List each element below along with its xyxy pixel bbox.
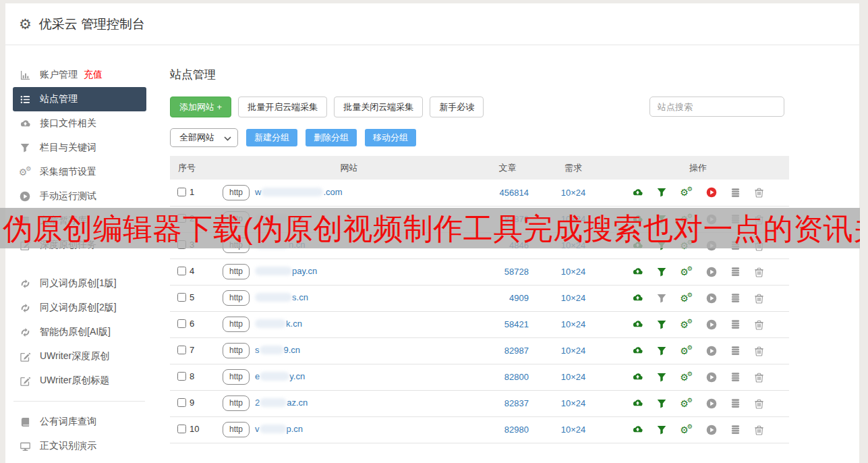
play-circle-icon[interactable] xyxy=(706,187,717,198)
cloud-upload-icon[interactable] xyxy=(632,267,643,277)
site-domain-link[interactable]: w.com xyxy=(255,187,343,197)
article-count-link[interactable]: 82980 xyxy=(475,416,540,443)
sidebar-item-4[interactable]: 栏目与关键词 xyxy=(5,136,157,160)
move-group-button[interactable]: 移动分组 xyxy=(365,129,416,146)
gears-icon[interactable]: ⚙⚙ xyxy=(680,373,693,382)
site-domain-link[interactable]: vp.cn xyxy=(255,424,303,434)
group-filter-select[interactable]: 全部网站 xyxy=(170,128,238,147)
article-count-link[interactable]: 58421 xyxy=(475,311,540,337)
article-count-link[interactable]: 82987 xyxy=(475,337,540,364)
sidebar-item-10[interactable]: 同义词伪原创[2版] xyxy=(5,296,157,320)
create-group-button[interactable]: 新建分组 xyxy=(246,129,297,146)
http-badge[interactable]: http xyxy=(223,369,250,385)
http-badge[interactable]: http xyxy=(223,422,250,437)
row-checkbox[interactable] xyxy=(177,267,186,275)
sidebar-item-2[interactable]: 站点管理 xyxy=(13,87,146,111)
cloud-upload-icon[interactable] xyxy=(632,319,643,329)
cloud-upload-icon[interactable] xyxy=(632,346,643,356)
database-icon[interactable] xyxy=(730,188,741,198)
article-count-link[interactable]: 4909 xyxy=(475,285,540,311)
play-circle-icon[interactable] xyxy=(706,293,717,304)
trash-icon[interactable] xyxy=(754,372,764,383)
sidebar-item-1[interactable]: 账户管理充值 xyxy=(5,63,157,87)
play-circle-icon[interactable] xyxy=(706,398,717,409)
trash-icon[interactable] xyxy=(754,187,764,198)
row-checkbox[interactable] xyxy=(177,372,186,381)
http-badge[interactable]: http xyxy=(223,343,250,358)
play-circle-icon[interactable] xyxy=(706,319,717,330)
gears-icon[interactable]: ⚙⚙ xyxy=(680,425,693,435)
site-domain-link[interactable]: pay.cn xyxy=(255,266,317,276)
filter-icon[interactable] xyxy=(657,320,666,329)
trash-icon[interactable] xyxy=(754,398,764,409)
database-icon[interactable] xyxy=(730,425,741,435)
article-count-link[interactable]: 456814 xyxy=(475,180,540,206)
site-domain-link[interactable]: k.cn xyxy=(255,319,302,329)
gears-icon[interactable]: ⚙⚙ xyxy=(680,346,693,356)
delete-group-button[interactable]: 删除分组 xyxy=(306,129,357,146)
site-search-input[interactable] xyxy=(649,97,784,117)
filter-icon[interactable] xyxy=(657,373,666,382)
filter-icon[interactable] xyxy=(657,267,666,277)
filter-icon[interactable] xyxy=(657,425,666,435)
cloud-upload-icon[interactable] xyxy=(632,372,643,382)
gears-icon[interactable]: ⚙⚙ xyxy=(680,320,693,329)
article-count-link[interactable]: 82800 xyxy=(475,364,540,390)
filter-icon[interactable] xyxy=(657,188,666,197)
sidebar-item-6[interactable]: 手动运行测试 xyxy=(5,184,157,209)
cloud-upload-icon[interactable] xyxy=(632,398,643,408)
cloud-upload-icon[interactable] xyxy=(632,293,643,303)
http-badge[interactable]: http xyxy=(223,396,250,411)
site-domain-link[interactable]: 2az.cn xyxy=(255,398,308,408)
database-icon[interactable] xyxy=(730,293,741,303)
add-site-button[interactable]: 添加网站 + xyxy=(170,97,231,117)
http-badge[interactable]: http xyxy=(223,264,250,279)
article-count-link[interactable]: 82837 xyxy=(475,390,540,416)
trash-icon[interactable] xyxy=(754,319,764,330)
gears-icon[interactable]: ⚙⚙ xyxy=(680,294,693,303)
http-badge[interactable]: http xyxy=(223,185,250,200)
batch-stop-collect-button[interactable]: 批量关闭云端采集 xyxy=(334,97,423,117)
filter-icon[interactable] xyxy=(657,399,666,408)
sidebar-item-15[interactable]: 正文识别演示 xyxy=(5,434,157,458)
row-checkbox[interactable] xyxy=(177,425,186,433)
database-icon[interactable] xyxy=(730,267,741,277)
sidebar-item-5[interactable]: ⚙⚙采集细节设置 xyxy=(5,160,157,184)
cloud-upload-icon[interactable] xyxy=(632,188,643,198)
sidebar-item-11[interactable]: 智能伪原创[AI版] xyxy=(5,320,157,344)
http-badge[interactable]: http xyxy=(223,290,250,306)
sidebar-item-14[interactable]: 公有词库查询 xyxy=(5,410,157,434)
row-checkbox[interactable] xyxy=(177,319,186,328)
recharge-badge[interactable]: 充值 xyxy=(84,69,103,81)
row-checkbox[interactable] xyxy=(177,398,186,407)
sidebar-item-13[interactable]: UWriter原创标题 xyxy=(5,369,157,393)
row-checkbox[interactable] xyxy=(177,346,186,354)
row-checkbox[interactable] xyxy=(177,293,186,302)
filter-icon[interactable] xyxy=(657,346,666,356)
database-icon[interactable] xyxy=(730,372,741,382)
newbie-guide-button[interactable]: 新手必读 xyxy=(430,97,484,117)
play-circle-icon[interactable] xyxy=(706,267,717,277)
play-circle-icon[interactable] xyxy=(706,425,717,435)
site-domain-link[interactable]: ey.cn xyxy=(255,371,305,381)
article-count-link[interactable]: 58728 xyxy=(475,258,540,285)
trash-icon[interactable] xyxy=(754,346,764,356)
database-icon[interactable] xyxy=(730,346,741,356)
site-domain-link[interactable]: s9.cn xyxy=(255,345,300,355)
site-domain-link[interactable]: s.cn xyxy=(255,292,308,302)
sidebar-item-3[interactable]: 接口文件相关 xyxy=(5,111,157,136)
trash-icon[interactable] xyxy=(754,425,764,435)
database-icon[interactable] xyxy=(730,319,741,329)
row-checkbox[interactable] xyxy=(177,188,186,196)
batch-start-collect-button[interactable]: 批量开启云端采集 xyxy=(238,97,327,117)
sidebar-item-9[interactable]: 同义词伪原创[1版] xyxy=(5,271,157,296)
filter-icon[interactable] xyxy=(657,294,666,303)
gears-icon[interactable]: ⚙⚙ xyxy=(680,399,693,408)
play-circle-icon[interactable] xyxy=(706,346,717,356)
trash-icon[interactable] xyxy=(754,267,764,277)
cloud-upload-icon[interactable] xyxy=(632,425,643,435)
gears-icon[interactable]: ⚙⚙ xyxy=(680,188,693,197)
trash-icon[interactable] xyxy=(754,293,764,304)
http-badge[interactable]: http xyxy=(223,317,250,332)
play-circle-icon[interactable] xyxy=(706,372,717,383)
